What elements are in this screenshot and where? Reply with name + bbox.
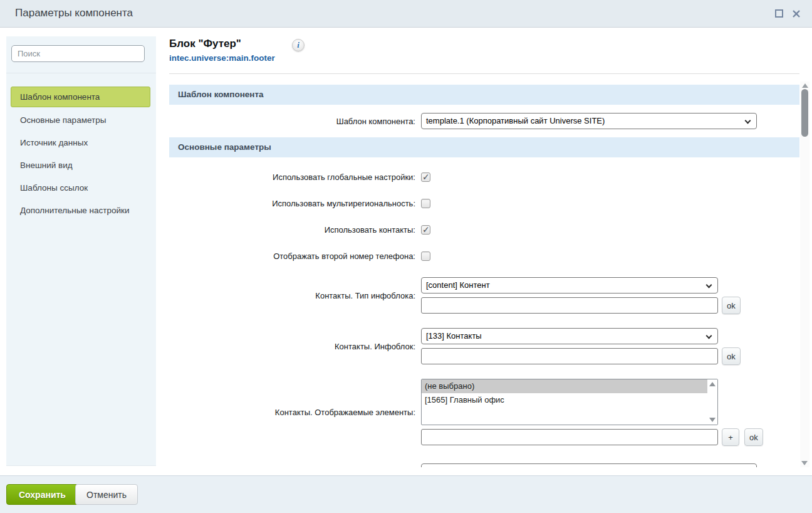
- iblock-type-ok-button[interactable]: ok: [722, 297, 741, 314]
- section-header-template: Шаблон компонента: [169, 85, 799, 105]
- use-multiregionality-label: Использовать мультирегиональность:: [169, 199, 421, 208]
- sidebar-item-additional-settings[interactable]: Дополнительные настройки: [6, 199, 156, 222]
- iblock-type-select-value: [content] Контент: [426, 280, 490, 290]
- checkbox-row: Использовать мультирегиональность:: [169, 190, 799, 216]
- use-multiregionality-checkbox[interactable]: [421, 199, 430, 208]
- scroll-down-icon[interactable]: [709, 418, 716, 422]
- elements-listbox[interactable]: (не выбрано) [1565] Главный офис: [421, 379, 718, 425]
- use-contacts-checkbox[interactable]: [421, 225, 430, 235]
- use-global-settings-label: Использовать глобальные настройки:: [169, 172, 421, 182]
- dialog-title: Параметры компонента: [15, 7, 133, 19]
- form-scroll-area: Шаблон компонента Шаблон компонента: tem…: [169, 82, 799, 467]
- iblock-ok-button[interactable]: ok: [722, 347, 741, 365]
- vertical-scrollbar[interactable]: [800, 82, 809, 467]
- listbox-option-main-office[interactable]: [1565] Главный офис: [422, 393, 707, 407]
- page-header: Блок "Футер" i intec.universe:main.foote…: [169, 38, 799, 63]
- section-header-main: Основные параметры: [169, 137, 799, 157]
- show-second-phone-label: Отображать второй номер телефона:: [169, 251, 421, 261]
- scroll-up-icon[interactable]: [709, 382, 716, 386]
- clipped-row-select[interactable]: (другое): [421, 463, 757, 467]
- elements-label: Контакты. Отображаемые элементы:: [169, 408, 421, 417]
- close-icon[interactable]: [792, 9, 801, 18]
- scroll-down-icon[interactable]: [801, 461, 808, 465]
- sidebar-item-main-params[interactable]: Основные параметры: [6, 109, 156, 132]
- checkbox-row: Использовать контакты:: [169, 216, 799, 243]
- clipped-row: Контакты. Главный офис: (другое): [169, 463, 799, 467]
- header-divider: [169, 73, 799, 74]
- elements-row: Контакты. Отображаемые элементы: (не выб…: [169, 379, 799, 446]
- checkbox-row: Отображать второй номер телефона:: [169, 243, 799, 269]
- use-global-settings-checkbox[interactable]: [421, 172, 430, 182]
- elements-input[interactable]: [421, 429, 718, 445]
- checkbox-group: Использовать глобальные настройки: Испол…: [169, 164, 799, 269]
- sidebar-item-data-source[interactable]: Источник данных: [6, 132, 156, 154]
- template-select[interactable]: template.1 (Корпоративный сайт Universe …: [421, 113, 757, 129]
- iblock-type-label: Контакты. Тип инфоблока:: [169, 291, 421, 300]
- cancel-button[interactable]: Отменить: [75, 484, 138, 505]
- iblock-type-select[interactable]: [content] Контент: [421, 277, 718, 294]
- maximize-icon[interactable]: [775, 9, 783, 18]
- checkbox-row: Использовать глобальные настройки:: [169, 164, 799, 190]
- iblock-type-row: Контакты. Тип инфоблока: [content] Конте…: [169, 277, 799, 314]
- iblock-select[interactable]: [133] Контакты: [421, 328, 718, 344]
- iblock-label: Контакты. Инфоблок:: [169, 342, 421, 351]
- sidebar-item-link-templates[interactable]: Шаблоны ссылок: [6, 177, 156, 199]
- iblock-input[interactable]: [421, 348, 718, 364]
- show-second-phone-checkbox[interactable]: [421, 251, 430, 261]
- save-button[interactable]: Сохранить: [6, 484, 78, 505]
- sidebar-menu: Шаблон компонента Основные параметры Ист…: [6, 87, 156, 222]
- iblock-row: Контакты. Инфоблок: [133] Контакты ok: [169, 328, 799, 365]
- sidebar-divider: [6, 73, 156, 73]
- elements-add-button[interactable]: +: [722, 428, 739, 446]
- scroll-up-icon[interactable]: [802, 83, 808, 88]
- listbox-scrollbar[interactable]: [707, 379, 717, 425]
- sidebar-item-appearance[interactable]: Внешний вид: [6, 154, 156, 177]
- chevron-down-icon: [745, 118, 751, 124]
- sidebar-item-template[interactable]: Шаблон компонента: [11, 87, 150, 107]
- use-contacts-label: Использовать контакты:: [169, 225, 421, 235]
- listbox-option-not-selected[interactable]: (не выбрано): [422, 379, 707, 393]
- scrollbar-thumb[interactable]: [801, 89, 808, 137]
- sidebar: Шаблон компонента Основные параметры Ист…: [6, 36, 156, 466]
- page-title: Блок "Футер": [169, 38, 241, 50]
- dialog-titlebar: Параметры компонента: [0, 0, 812, 28]
- iblock-type-input[interactable]: [421, 297, 718, 314]
- template-label: Шаблон компонента:: [169, 117, 421, 126]
- footer-bar: Сохранить Отменить: [0, 475, 812, 513]
- elements-ok-button[interactable]: ok: [744, 428, 763, 446]
- iblock-select-value: [133] Контакты: [426, 331, 482, 341]
- template-row: Шаблон компонента: template.1 (Корпорати…: [169, 113, 799, 129]
- component-name-link[interactable]: intec.universe:main.footer: [169, 53, 275, 63]
- clipped-row-select-value: (другое): [426, 467, 457, 467]
- chevron-down-icon: [706, 333, 712, 339]
- search-input[interactable]: [11, 45, 145, 62]
- info-icon[interactable]: i: [292, 39, 304, 51]
- chevron-down-icon: [706, 282, 712, 288]
- template-select-value: template.1 (Корпоративный сайт Universe …: [426, 116, 605, 125]
